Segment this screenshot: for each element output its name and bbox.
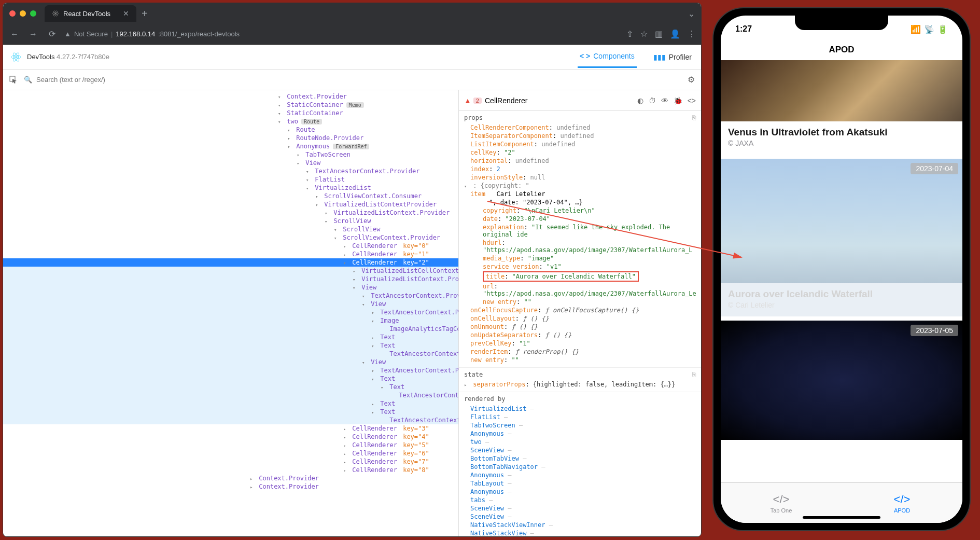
rendered-by-item[interactable]: TabLayout — [470,479,696,488]
tree-node[interactable]: ▾ RouteNode.Provider [3,134,458,142]
tab-profiler[interactable]: ▮▮▮ Profiler [651,46,694,68]
back-button[interactable]: ← [8,30,21,39]
rendered-by-item[interactable]: NativeStackViewInner — [470,521,696,529]
tree-node[interactable]: ImageAnalyticsTagContext.Consumer [3,325,458,333]
tree-node[interactable]: ▾ AnonymousForwardRef [3,142,458,150]
card-item[interactable]: Venus in Ultraviolet from Akatsuki © JAX… [721,60,962,155]
prop-row[interactable]: onUpdateSeparators: ƒ () {} [464,331,696,339]
prop-row[interactable]: title: "Aurora over Icelandic Waterfall" [477,271,696,282]
search-input[interactable]: 🔍 [24,76,268,84]
tree-node[interactable]: ▾ Text [3,375,458,383]
prop-row[interactable]: explanation: "It seemed like the sky exp… [477,223,696,239]
share-icon[interactable]: ⇧ [626,29,633,39]
source-icon[interactable]: <> [688,96,696,105]
tree-node[interactable]: ▾ VirtualizedListContext.Provider [3,209,458,217]
forward-button[interactable]: → [27,30,39,39]
tree-node[interactable]: ▾ VirtualizedListContextProvider [3,200,458,209]
tree-node[interactable]: ▸ CellRenderer key="7" [3,458,458,466]
prop-row[interactable]: cellKey: "2" [464,148,696,157]
settings-icon[interactable]: ⚙ [688,75,695,85]
rendered-by-item[interactable]: SceneView — [470,504,696,513]
tree-node[interactable]: ▾ View [3,159,458,167]
tree-node[interactable]: ▾ VirtualizedListCellContextProvider [3,267,458,275]
prop-row[interactable]: ItemSeparatorComponent: undefined [464,132,696,140]
tree-node[interactable]: ▾ FlatList [3,175,458,184]
tree-node[interactable]: ▾ Text [3,408,458,416]
rendered-by-item[interactable]: two — [470,438,696,446]
prop-row[interactable]: prevCellKey: "1" [464,339,696,348]
tree-node[interactable]: ▸ CellRenderer key="1" [3,250,458,258]
tree-node[interactable]: ▸ CellRenderer key="4" [3,433,458,441]
prop-row[interactable]: hdurl: "https://apod.nasa.gov/apod/image… [477,239,696,254]
tree-node[interactable]: TextAncestorContext.Provider [3,416,458,424]
tree-node[interactable]: ▾ TextAncestorContext.Provider [3,167,458,175]
rendered-by-item[interactable]: tabs — [470,496,696,504]
tree-node[interactable]: ▾ Text [3,383,458,391]
close-tab-icon[interactable]: ✕ [123,9,129,18]
prop-row[interactable]: copyright: "\nCari Letelier\n" [477,206,696,215]
tree-node[interactable]: ▸ Context.Provider [3,482,458,491]
tree-node[interactable]: ▸ Text [3,333,458,341]
tree-node[interactable]: ▸ CellRenderer key="5" [3,441,458,449]
maximize-window-icon[interactable] [30,10,36,17]
tree-node[interactable]: ▸ CellRenderer key="3" [3,424,458,433]
rendered-by-item[interactable]: SceneView — [470,446,696,454]
tree-node[interactable]: ▾ ScrollViewContext.Provider [3,233,458,242]
tree-node[interactable]: ▾ Route [3,126,458,134]
tree-node[interactable]: TextAncestorContext.Provider [3,350,458,358]
tree-node[interactable]: ▾ CellRenderer key="2" [3,258,458,267]
tree-node[interactable]: ▾ ScrollViewContext.Consumer [3,192,458,200]
menu-icon[interactable]: ⋮ [688,29,696,39]
tree-node[interactable]: ▸ CellRenderer key="8" [3,466,458,474]
tree-node[interactable]: ▾ View [3,300,458,308]
copy-icon[interactable]: ⎘ [692,114,696,121]
prop-row[interactable]: date: "2023-07-04" [477,215,696,223]
tree-node[interactable]: ▾ StaticContainer [3,109,458,117]
rendered-by-item[interactable]: BottomTabView — [470,454,696,463]
search-field[interactable] [36,76,268,84]
prop-row[interactable]: onCellLayout: ƒ () {} [464,314,696,323]
prop-row[interactable]: horizontal: undefined [464,157,696,165]
reload-button[interactable]: ⟳ [46,29,58,39]
tree-node[interactable]: ▾ View [3,283,458,292]
prop-row[interactable]: new entry: "" [464,356,696,364]
prop-row[interactable]: ListItemComponent: undefined [464,140,696,148]
browser-tab[interactable]: React DevTools ✕ [45,5,136,22]
stopwatch-icon[interactable]: ⏱ [649,96,656,105]
rendered-by-item[interactable]: Anonymous — [470,430,696,438]
url-field[interactable]: ▲ Not Secure | 192.168.0.14:8081/_expo/r… [64,30,620,38]
tree-node[interactable]: ▾ twoRoute [3,117,458,126]
tree-node[interactable]: ▸ CellRenderer key="6" [3,449,458,458]
profile-icon[interactable]: 👤 [670,29,680,39]
feed-list[interactable]: Venus in Ultraviolet from Akatsuki © JAX… [721,60,962,479]
tree-node[interactable]: ▾ ScrollView [3,217,458,225]
prop-row[interactable]: renderItem: ƒ renderProp() {} [464,348,696,356]
tree-node[interactable]: ▾ Text [3,341,458,350]
tab-components[interactable]: < > Components [578,46,637,68]
rendered-by-item[interactable]: Anonymous — [470,488,696,496]
prop-row[interactable]: inversionStyle: null [464,173,696,182]
tree-node[interactable]: TextAncestorContext.Provider [3,391,458,399]
tree-node[interactable]: ▸ Text [3,399,458,408]
prop-row[interactable]: index: 2 [464,165,696,173]
tree-node[interactable]: ▾ StaticContainerMemo [3,101,458,109]
tree-node[interactable]: ▾ ScrollView [3,225,458,233]
close-window-icon[interactable] [9,10,16,17]
home-indicator[interactable] [803,516,880,519]
minimize-window-icon[interactable] [20,10,26,17]
eye-icon[interactable]: 👁 [661,96,668,105]
tree-node[interactable]: ▾ TextAncestorContext.Provider [3,292,458,300]
tree-node[interactable]: ▾ View [3,358,458,366]
rendered-by-item[interactable]: NativeStackView — [470,529,696,536]
tree-node[interactable]: ▸ Context.Provider [3,474,458,482]
prop-row[interactable]: new entry: "" [477,298,696,306]
prop-row[interactable]: service_version: "v1" [477,262,696,271]
card-item[interactable]: 2023-07-05 [721,321,962,440]
prop-row[interactable]: CellRendererComponent: undefined [464,123,696,132]
rendered-by-item[interactable]: VirtualizedList — [470,405,696,413]
tree-node[interactable]: ▾ TextAncestorContext.Provider [3,308,458,316]
prop-row[interactable]: url: "https://apod.nasa.gov/apod/image/2… [477,282,696,298]
tree-node[interactable]: ▾ Image [3,316,458,325]
extensions-icon[interactable]: ▥ [655,29,663,39]
suspend-icon[interactable]: ◐ [637,96,643,105]
